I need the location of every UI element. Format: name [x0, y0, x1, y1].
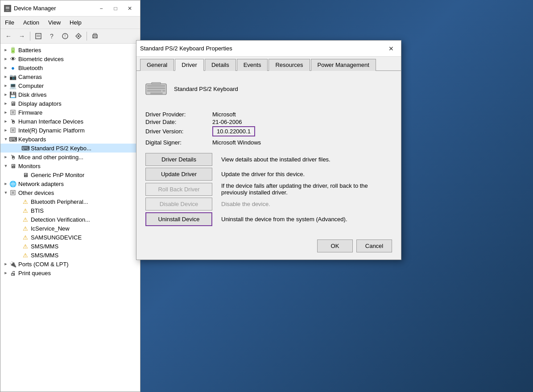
expander-display[interactable]: ► [2, 100, 9, 107]
driver-details-button[interactable]: Driver Details [145, 153, 212, 166]
update-driver-button[interactable]: Update Driver [145, 168, 212, 181]
device-tree[interactable]: ► 🔋 Batteries ► 👁 Biometric devices ► ● … [0, 44, 140, 392]
label-mice: Mice and other pointing... [18, 154, 83, 161]
icon-printqueues: 🖨 [9, 269, 17, 276]
icon-diskdrives: 💾 [9, 91, 17, 98]
tree-item-bluetooth[interactable]: ► ● Bluetooth [0, 63, 140, 72]
provider-value: Microsoft [212, 111, 236, 118]
menu-file[interactable]: File [0, 17, 19, 28]
forward-button[interactable]: → [16, 30, 28, 42]
expander-network[interactable]: ► [2, 180, 9, 187]
back-button[interactable]: ← [2, 30, 15, 42]
expander-intel[interactable]: ► [2, 127, 9, 134]
scan-button[interactable] [72, 30, 85, 42]
expander-bluetooth[interactable]: ► [2, 64, 9, 71]
tree-item-biometric[interactable]: ► 👁 Biometric devices [0, 54, 140, 63]
update-button[interactable]: ! [59, 30, 71, 42]
tab-resources[interactable]: Resources [269, 59, 310, 71]
help-button[interactable]: ? [45, 30, 58, 42]
tab-general[interactable]: General [140, 59, 174, 71]
tab-events[interactable]: Events [237, 59, 268, 71]
properties-button[interactable] [32, 30, 45, 42]
label-ports: Ports (COM & LPT) [18, 261, 69, 268]
icon-bluetooth: ● [9, 64, 17, 71]
expander-computer[interactable]: ► [2, 82, 9, 89]
expander-otherdevices[interactable]: ▼ [2, 189, 9, 196]
close-button[interactable]: ✕ [123, 3, 136, 14]
uninstall-device-row: Uninstall Device Uninstall the device fr… [145, 212, 392, 226]
expander-printqueues[interactable]: ► [2, 269, 9, 276]
update-driver-desc: Update the driver for this device. [221, 171, 392, 177]
tree-item-printqueues[interactable]: ► 🖨 Print queues [0, 268, 140, 277]
tab-driver[interactable]: Driver [175, 59, 204, 71]
tree-item-ports[interactable]: ► 🔌 Ports (COM & LPT) [0, 260, 140, 268]
expander-diskdrives[interactable]: ► [2, 91, 9, 98]
tree-item-hid[interactable]: ► 🖱 Human Interface Devices [0, 117, 140, 126]
tree-item-batteries[interactable]: ► 🔋 Batteries [0, 45, 140, 54]
toolbar: ← → ? ! [0, 29, 140, 44]
menu-view[interactable]: View [44, 17, 65, 28]
signer-value: Microsoft Windows [212, 139, 261, 146]
rollback-driver-desc: If the device fails after updating the d… [221, 182, 392, 196]
driver-date-row: Driver Date: 21-06-2006 [145, 119, 392, 125]
tree-item-smsmms1[interactable]: ⚠ SMS/MMS [0, 242, 140, 251]
label-btis: BTIS [31, 207, 44, 214]
menu-action[interactable]: Action [19, 17, 44, 28]
tree-item-icservice[interactable]: ⚠ IcService_New [0, 224, 140, 233]
dialog-title: Standard PS/2 Keyboard Properties [140, 45, 232, 52]
icon-smsmms2: ⚠ [22, 252, 29, 259]
expander-firmware[interactable]: ► [2, 109, 9, 116]
tree-item-ps2keyboard[interactable]: ⌨ Standard PS/2 Keybo... [0, 144, 140, 153]
expander-btis [15, 207, 22, 214]
maximize-button[interactable]: □ [109, 3, 122, 14]
driver-details-desc: View details about the installed driver … [221, 156, 392, 163]
tree-item-keyboards[interactable]: ▼ ⌨ Keyboards [0, 135, 140, 144]
tab-details[interactable]: Details [205, 59, 236, 71]
expander-mice[interactable]: ► [2, 153, 9, 161]
rollback-driver-button[interactable]: Roll Back Driver [145, 183, 212, 196]
expander-hid[interactable]: ► [2, 118, 9, 125]
tree-item-btperipheral[interactable]: ⚠ Bluetooth Peripheral... [0, 197, 140, 206]
toolbar-sep-2 [87, 32, 87, 41]
tree-item-samsung[interactable]: ⚠ SAMSUNGDEVICE [0, 233, 140, 242]
disable-device-button[interactable]: Disable Device [145, 198, 212, 210]
expander-genericpnp [15, 171, 22, 178]
cancel-button[interactable]: Cancel [356, 239, 392, 252]
tree-item-mice[interactable]: ► 🖱 Mice and other pointing... [0, 153, 140, 161]
device-image [145, 78, 167, 99]
tree-item-genericpnp[interactable]: 🖥 Generic PnP Monitor [0, 170, 140, 179]
uninstall-device-desc: Uninstall the device from the system (Ad… [221, 216, 392, 223]
print-button[interactable] [89, 30, 101, 42]
tree-item-diskdrives[interactable]: ► 💾 Disk drives [0, 90, 140, 99]
uninstall-device-button[interactable]: Uninstall Device [145, 212, 212, 226]
tree-item-smsmms2[interactable]: ⚠ SMS/MMS [0, 251, 140, 260]
tree-item-btis[interactable]: ⚠ BTIS [0, 206, 140, 215]
tree-item-firmware[interactable]: ► Firmware [0, 108, 140, 117]
svg-rect-22 [147, 90, 161, 92]
tree-item-detectionverif[interactable]: ⚠ Detection Verification... [0, 215, 140, 224]
dialog-close-button[interactable]: ✕ [385, 43, 397, 54]
expander-cameras[interactable]: ► [2, 73, 9, 80]
expander-biometric[interactable]: ► [2, 55, 9, 62]
expander-monitors[interactable]: ▼ [2, 162, 9, 169]
properties-dialog: Standard PS/2 Keyboard Properties ✕ Gene… [136, 40, 401, 260]
expander-ports[interactable]: ► [2, 260, 9, 268]
tree-item-intel[interactable]: ► Intel(R) Dynamic Platform [0, 126, 140, 135]
tree-item-cameras[interactable]: ► 📷 Cameras [0, 72, 140, 81]
label-diskdrives: Disk drives [18, 91, 47, 98]
menu-help[interactable]: Help [65, 17, 86, 28]
ok-button[interactable]: OK [317, 239, 353, 252]
tree-item-monitors[interactable]: ▼ 🖥 Monitors [0, 161, 140, 170]
tab-bar: General Driver Details Events Resources … [136, 57, 401, 71]
icon-smsmms1: ⚠ [22, 243, 29, 250]
tree-item-otherdevices[interactable]: ▼ Other devices [0, 188, 140, 197]
expander-batteries[interactable]: ► [2, 46, 9, 54]
label-keyboards: Keyboards [18, 136, 46, 143]
device-manager-titlebar: Device Manager − □ ✕ [0, 0, 140, 17]
minimize-button[interactable]: − [95, 3, 108, 14]
icon-btperipheral: ⚠ [22, 198, 29, 205]
tree-item-network[interactable]: ► 🌐 Network adapters [0, 179, 140, 188]
tree-item-computer[interactable]: ► 💻 Computer [0, 81, 140, 90]
tree-item-display[interactable]: ► 🖥 Display adaptors [0, 99, 140, 108]
tab-power[interactable]: Power Management [311, 59, 376, 71]
